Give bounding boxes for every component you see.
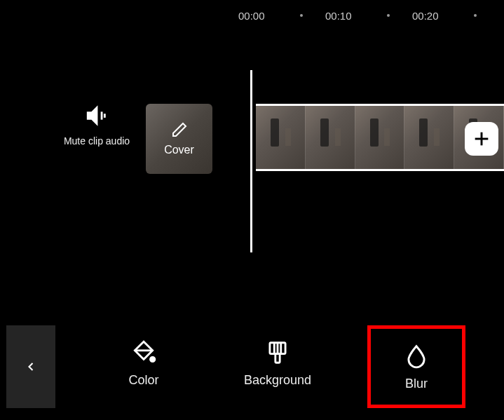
back-button[interactable] [6, 325, 55, 408]
timeline-ruler: 00:00 00:10 00:20 [0, 7, 504, 24]
mute-label: Mute clip audio [62, 135, 132, 147]
ruler-dot [474, 14, 477, 17]
bottom-toolbar: Color Background Blur [0, 318, 504, 420]
svg-point-4 [151, 357, 155, 361]
blur-tool-button[interactable]: Blur [367, 325, 465, 408]
timeline-area: Mute clip audio Cover [0, 70, 504, 245]
playhead[interactable] [250, 70, 252, 252]
pencil-icon [171, 121, 188, 138]
clip-frame [404, 106, 454, 169]
ruler-dot [300, 14, 303, 17]
speaker-icon [85, 104, 109, 128]
ruler-time-0: 00:00 [238, 10, 265, 22]
clip-frame [355, 106, 405, 169]
blur-label: Blur [405, 377, 428, 391]
mute-clip-audio-button[interactable]: Mute clip audio [62, 104, 132, 147]
svg-rect-9 [275, 354, 280, 363]
add-clip-button[interactable] [465, 122, 498, 156]
color-tool-button[interactable]: Color [95, 339, 193, 388]
clip-frame [256, 106, 306, 169]
color-label: Color [128, 373, 158, 388]
paint-bucket-icon [130, 339, 157, 366]
background-tool-button[interactable]: Background [229, 339, 327, 388]
droplet-icon [403, 343, 430, 370]
clip-frame [306, 106, 355, 169]
cover-label: Cover [164, 144, 194, 156]
cover-button[interactable]: Cover [146, 104, 212, 174]
ruler-time-2: 00:20 [412, 10, 439, 22]
brush-icon [264, 339, 291, 366]
ruler-dot [387, 14, 390, 17]
ruler-time-1: 00:10 [325, 10, 352, 22]
chevron-left-icon [24, 355, 38, 378]
background-label: Background [244, 373, 311, 388]
plus-icon [472, 129, 491, 149]
